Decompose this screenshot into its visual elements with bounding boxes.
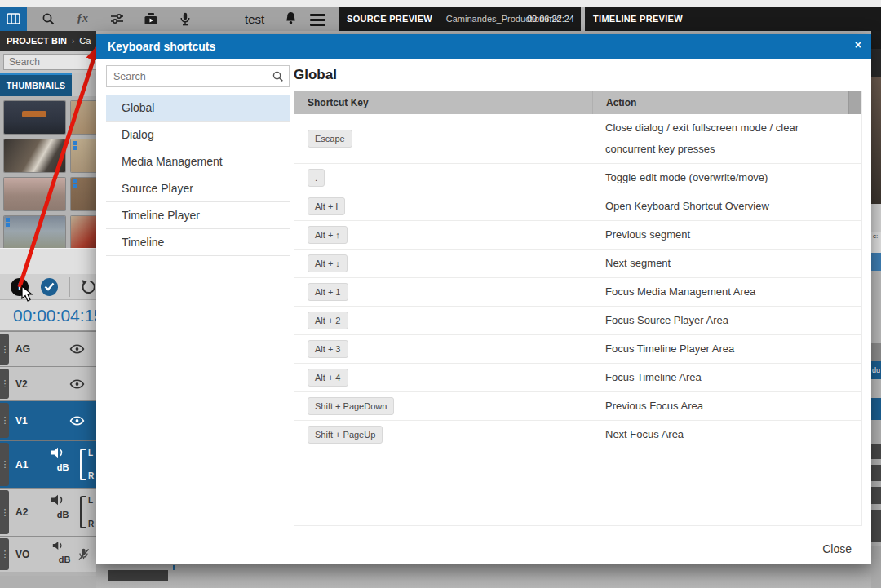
window-top-strip: [0, 0, 881, 7]
key-badge: .: [308, 169, 325, 187]
track-drag-handle[interactable]: ⋮: [0, 490, 9, 534]
bg-fragment: [871, 343, 881, 361]
shortcut-row: Alt + ↓ Next segment: [294, 250, 861, 278]
clip-thumbnail[interactable]: [4, 101, 65, 134]
microphone-icon[interactable]: [172, 7, 198, 31]
clip-thumbnail[interactable]: [71, 139, 96, 172]
workspace-label[interactable]: test: [245, 12, 264, 26]
track-drag-handle[interactable]: ⋮: [0, 369, 9, 399]
track-drag-handle[interactable]: ⋮: [0, 403, 9, 438]
speaker-icon[interactable]: [51, 494, 75, 506]
speaker-icon[interactable]: [52, 541, 77, 550]
track-drag-handle[interactable]: ⋮: [0, 538, 9, 570]
bottom-strip-left: [0, 576, 96, 588]
track-row-v2[interactable]: ⋮ V2: [0, 366, 96, 400]
bg-waveform-fragment: [871, 510, 881, 542]
clip-thumbnail[interactable]: [71, 178, 96, 210]
bg-fragment: [871, 31, 881, 49]
track-row-a2[interactable]: ⋮ A2 dB L R: [0, 488, 96, 536]
close-button[interactable]: Close: [822, 542, 852, 555]
bg-fragment: [871, 204, 881, 232]
shortcut-action: Next segment: [592, 250, 861, 277]
eye-visibility-icon[interactable]: [69, 344, 85, 355]
eye-visibility-icon[interactable]: [69, 415, 85, 426]
breadcrumb-folder[interactable]: Ca: [79, 36, 91, 46]
key-badge: Alt + 3: [308, 340, 348, 358]
undo-icon[interactable]: [80, 279, 96, 295]
sliders-icon[interactable]: [104, 7, 130, 31]
track-row-v1[interactable]: ⋮ V1: [0, 400, 96, 440]
nav-item-media-management[interactable]: Media Management: [106, 148, 290, 175]
menu-hamburger-icon[interactable]: [310, 14, 325, 29]
shortcut-action: Focus Media Management Area: [592, 278, 861, 306]
section-title: Global: [294, 67, 337, 83]
key-badge: Alt + ↑: [308, 226, 348, 244]
panels-icon[interactable]: [0, 7, 27, 31]
effects-icon[interactable]: ƒx: [69, 7, 95, 31]
track-row-vo[interactable]: ⋮ VO dB: [0, 536, 96, 572]
track-drag-handle[interactable]: ⋮: [0, 334, 9, 365]
channel-left-label: L: [88, 449, 94, 458]
track-label: A1: [15, 459, 28, 471]
shortcut-row: Alt + ↑ Previous segment: [294, 221, 861, 250]
timecode-bar: 00:00:04:15: [0, 300, 96, 331]
shortcut-action: Previous Focus Area: [592, 392, 861, 420]
speaker-icon[interactable]: [51, 447, 75, 458]
nav-item-dialog[interactable]: Dialog: [106, 122, 290, 148]
track-label: AG: [15, 343, 30, 355]
clip-thumbnail[interactable]: [4, 178, 65, 210]
nav-item-timeline[interactable]: Timeline: [106, 229, 290, 256]
clip-thumbnail[interactable]: [4, 216, 65, 249]
channel-routing: L R: [80, 449, 94, 480]
track-row-a1[interactable]: ⋮ A1 dB L R: [0, 440, 96, 488]
tab-thumbnails[interactable]: THUMBNAILS: [0, 73, 72, 96]
track-drag-handle[interactable]: ⋮: [0, 443, 9, 486]
key-badge: Shift + PageUp: [308, 426, 383, 444]
clip-thumbnail[interactable]: [71, 216, 96, 249]
track-label: A2: [15, 506, 28, 518]
bg-fragment: [871, 546, 881, 588]
mic-muted-icon[interactable]: [77, 548, 90, 561]
source-preview-timecode: 00:06:22:24: [527, 14, 574, 24]
table-header: Shortcut Key Action: [294, 91, 861, 114]
clip-thumbnail[interactable]: [4, 139, 65, 172]
track-row-ag[interactable]: ⋮ AG: [0, 331, 96, 366]
shortcut-action: Focus Timeline Player Area: [592, 335, 861, 363]
dialog-title: Keyboard shortcuts: [108, 40, 215, 53]
dialog-header: Keyboard shortcuts ×: [96, 34, 871, 59]
table-scrollbar[interactable]: [848, 91, 861, 114]
channel-routing: L R: [80, 496, 94, 528]
timeline-preview-title: TIMELINE PREVIEW: [593, 14, 683, 24]
column-header-shortcut-key: Shortcut Key: [294, 97, 592, 108]
shortcut-search-input[interactable]: [106, 65, 290, 87]
shortcut-category-nav: Global Dialog Media Management Source Pl…: [106, 95, 290, 256]
db-label[interactable]: dB: [52, 555, 77, 564]
shortcut-row: Shift + PageDown Previous Focus Area: [294, 392, 861, 421]
export-icon[interactable]: [138, 7, 164, 31]
horizontal-scrollbar[interactable]: [108, 570, 168, 581]
info-icon[interactable]: i: [11, 278, 29, 296]
bg-fragment: [871, 271, 881, 343]
key-badge: Alt + I: [308, 197, 345, 215]
thumbnail-grid: [0, 96, 96, 250]
notifications-bell-icon[interactable]: [284, 11, 298, 26]
shortcut-action: Next Focus Area: [592, 421, 861, 449]
search-icon[interactable]: [35, 7, 61, 31]
eye-visibility-icon[interactable]: [69, 378, 85, 389]
check-icon[interactable]: [41, 278, 59, 296]
nav-item-timeline-player[interactable]: Timeline Player: [106, 202, 290, 229]
shortcut-table: Shortcut Key Action Escape Close dialog …: [294, 91, 862, 526]
nav-item-source-player[interactable]: Source Player: [106, 175, 290, 202]
db-label[interactable]: dB: [51, 462, 75, 472]
close-icon[interactable]: ×: [855, 38, 861, 51]
playhead-tick: [173, 565, 175, 570]
nav-item-global[interactable]: Global: [106, 95, 290, 122]
db-label[interactable]: dB: [51, 510, 75, 519]
timeline-mini-toolbar: i: [0, 274, 96, 300]
breadcrumb-project-bin[interactable]: PROJECT BIN: [7, 36, 67, 46]
bin-search-input[interactable]: [3, 54, 101, 70]
clip-thumbnail[interactable]: [71, 101, 96, 134]
column-header-action: Action: [592, 91, 861, 114]
keyboard-shortcuts-dialog: Keyboard shortcuts × Global Dialog Media…: [96, 34, 871, 564]
breadcrumb: PROJECT BIN › Ca: [0, 31, 96, 51]
